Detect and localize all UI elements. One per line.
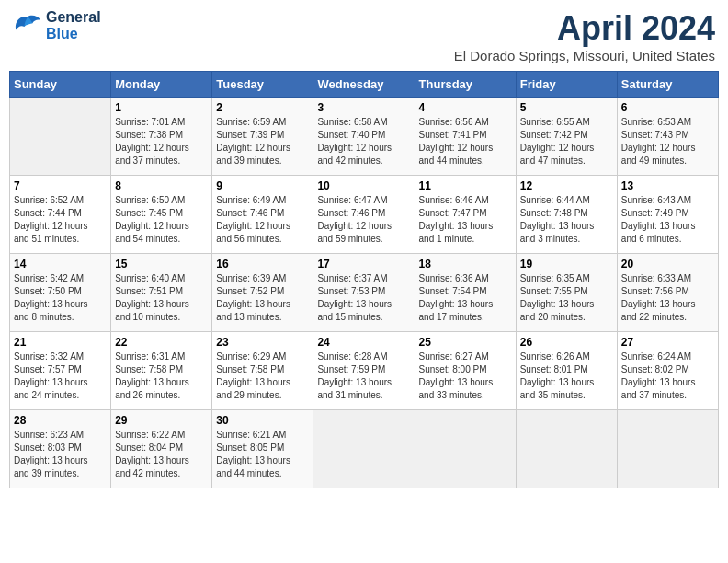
day-info: Sunrise: 6:56 AMSunset: 7:41 PMDaylight:…	[419, 116, 512, 167]
calendar-cell: 12Sunrise: 6:44 AMSunset: 7:48 PMDayligh…	[516, 176, 617, 254]
day-number: 1	[115, 101, 208, 114]
day-number: 20	[621, 258, 714, 270]
day-info: Sunrise: 6:26 AMSunset: 8:01 PMDaylight:…	[520, 350, 613, 402]
calendar-cell: 29Sunrise: 6:22 AMSunset: 8:04 PMDayligh…	[111, 410, 212, 488]
day-number: 18	[419, 258, 512, 270]
day-info: Sunrise: 6:53 AMSunset: 7:43 PMDaylight:…	[621, 116, 714, 167]
day-info: Sunrise: 6:28 AMSunset: 7:59 PMDaylight:…	[317, 350, 410, 402]
calendar-cell: 1Sunrise: 7:01 AMSunset: 7:38 PMDaylight…	[111, 98, 212, 176]
day-info: Sunrise: 6:39 AMSunset: 7:52 PMDaylight:…	[216, 272, 309, 324]
calendar-cell: 16Sunrise: 6:39 AMSunset: 7:52 PMDayligh…	[212, 254, 313, 332]
calendar-cell: 23Sunrise: 6:29 AMSunset: 7:58 PMDayligh…	[212, 332, 313, 410]
calendar-cell: 21Sunrise: 6:32 AMSunset: 7:57 PMDayligh…	[10, 332, 111, 410]
page-header: General Blue April 2024 El Dorado Spring…	[9, 9, 719, 63]
calendar-cell	[10, 98, 111, 176]
day-header-sunday: Sunday	[10, 72, 111, 98]
day-info: Sunrise: 6:21 AMSunset: 8:05 PMDaylight:…	[216, 429, 309, 480]
calendar-cell: 13Sunrise: 6:43 AMSunset: 7:49 PMDayligh…	[617, 176, 718, 254]
calendar-cell: 28Sunrise: 6:23 AMSunset: 8:03 PMDayligh…	[10, 410, 111, 488]
month-title: April 2024	[454, 9, 715, 48]
day-info: Sunrise: 6:49 AMSunset: 7:46 PMDaylight:…	[216, 194, 309, 246]
calendar-cell: 19Sunrise: 6:35 AMSunset: 7:55 PMDayligh…	[516, 254, 617, 332]
day-info: Sunrise: 6:33 AMSunset: 7:56 PMDaylight:…	[621, 272, 714, 324]
day-info: Sunrise: 6:36 AMSunset: 7:54 PMDaylight:…	[419, 272, 512, 324]
day-info: Sunrise: 6:35 AMSunset: 7:55 PMDaylight:…	[520, 272, 613, 324]
calendar-cell	[313, 410, 415, 488]
day-number: 4	[419, 101, 512, 114]
calendar-week-row: 14Sunrise: 6:42 AMSunset: 7:50 PMDayligh…	[10, 254, 719, 332]
day-header-wednesday: Wednesday	[313, 72, 415, 98]
calendar-week-row: 1Sunrise: 7:01 AMSunset: 7:38 PMDaylight…	[10, 98, 719, 176]
day-info: Sunrise: 6:22 AMSunset: 8:04 PMDaylight:…	[115, 429, 208, 480]
calendar-cell: 7Sunrise: 6:52 AMSunset: 7:44 PMDaylight…	[10, 176, 111, 254]
day-number: 19	[520, 258, 613, 270]
calendar-cell: 18Sunrise: 6:36 AMSunset: 7:54 PMDayligh…	[415, 254, 516, 332]
day-number: 13	[621, 179, 714, 192]
day-number: 28	[14, 414, 107, 427]
calendar-table: SundayMondayTuesdayWednesdayThursdayFrid…	[9, 71, 719, 488]
day-number: 12	[520, 179, 613, 192]
day-info: Sunrise: 6:59 AMSunset: 7:39 PMDaylight:…	[216, 116, 309, 167]
calendar-cell: 6Sunrise: 6:53 AMSunset: 7:43 PMDaylight…	[617, 98, 718, 176]
day-info: Sunrise: 6:58 AMSunset: 7:40 PMDaylight:…	[317, 116, 410, 167]
day-info: Sunrise: 6:44 AMSunset: 7:48 PMDaylight:…	[520, 194, 613, 246]
day-info: Sunrise: 6:46 AMSunset: 7:47 PMDaylight:…	[419, 194, 512, 246]
calendar-cell: 11Sunrise: 6:46 AMSunset: 7:47 PMDayligh…	[415, 176, 516, 254]
calendar-cell	[516, 410, 617, 488]
calendar-cell: 10Sunrise: 6:47 AMSunset: 7:46 PMDayligh…	[313, 176, 415, 254]
calendar-cell	[415, 410, 516, 488]
calendar-cell	[617, 410, 718, 488]
day-info: Sunrise: 6:24 AMSunset: 8:02 PMDaylight:…	[621, 350, 714, 402]
day-number: 21	[14, 336, 107, 349]
day-number: 16	[216, 258, 309, 270]
day-header-monday: Monday	[111, 72, 212, 98]
calendar-cell: 22Sunrise: 6:31 AMSunset: 7:58 PMDayligh…	[111, 332, 212, 410]
day-info: Sunrise: 6:32 AMSunset: 7:57 PMDaylight:…	[14, 350, 107, 402]
day-number: 7	[14, 179, 107, 192]
day-info: Sunrise: 6:29 AMSunset: 7:58 PMDaylight:…	[216, 350, 309, 402]
day-info: Sunrise: 6:27 AMSunset: 8:00 PMDaylight:…	[419, 350, 512, 402]
day-header-tuesday: Tuesday	[212, 72, 313, 98]
day-info: Sunrise: 6:55 AMSunset: 7:42 PMDaylight:…	[520, 116, 613, 167]
day-number: 8	[115, 179, 208, 192]
logo-icon	[13, 13, 42, 39]
calendar-cell: 15Sunrise: 6:40 AMSunset: 7:51 PMDayligh…	[111, 254, 212, 332]
calendar-cell: 30Sunrise: 6:21 AMSunset: 8:05 PMDayligh…	[212, 410, 313, 488]
day-number: 17	[317, 258, 410, 270]
day-number: 9	[216, 179, 309, 192]
day-number: 22	[115, 336, 208, 349]
calendar-cell: 9Sunrise: 6:49 AMSunset: 7:46 PMDaylight…	[212, 176, 313, 254]
calendar-cell: 17Sunrise: 6:37 AMSunset: 7:53 PMDayligh…	[313, 254, 415, 332]
day-info: Sunrise: 7:01 AMSunset: 7:38 PMDaylight:…	[115, 116, 208, 167]
day-header-thursday: Thursday	[415, 72, 516, 98]
calendar-cell: 14Sunrise: 6:42 AMSunset: 7:50 PMDayligh…	[10, 254, 111, 332]
day-info: Sunrise: 6:31 AMSunset: 7:58 PMDaylight:…	[115, 350, 208, 402]
title-block: April 2024 El Dorado Springs, Missouri, …	[454, 9, 715, 63]
calendar-cell: 3Sunrise: 6:58 AMSunset: 7:40 PMDaylight…	[313, 98, 415, 176]
day-number: 23	[216, 336, 309, 349]
calendar-cell: 5Sunrise: 6:55 AMSunset: 7:42 PMDaylight…	[516, 98, 617, 176]
day-number: 6	[621, 101, 714, 114]
day-number: 10	[317, 179, 410, 192]
calendar-cell: 24Sunrise: 6:28 AMSunset: 7:59 PMDayligh…	[313, 332, 415, 410]
calendar-week-row: 21Sunrise: 6:32 AMSunset: 7:57 PMDayligh…	[10, 332, 719, 410]
day-header-friday: Friday	[516, 72, 617, 98]
day-number: 25	[419, 336, 512, 349]
day-number: 29	[115, 414, 208, 427]
day-number: 5	[520, 101, 613, 114]
day-number: 3	[317, 101, 410, 114]
day-info: Sunrise: 6:43 AMSunset: 7:49 PMDaylight:…	[621, 194, 714, 246]
calendar-cell: 2Sunrise: 6:59 AMSunset: 7:39 PMDaylight…	[212, 98, 313, 176]
day-info: Sunrise: 6:37 AMSunset: 7:53 PMDaylight:…	[317, 272, 410, 324]
day-info: Sunrise: 6:47 AMSunset: 7:46 PMDaylight:…	[317, 194, 410, 246]
day-info: Sunrise: 6:50 AMSunset: 7:45 PMDaylight:…	[115, 194, 208, 246]
day-info: Sunrise: 6:40 AMSunset: 7:51 PMDaylight:…	[115, 272, 208, 324]
logo-text: General Blue	[46, 9, 101, 41]
day-info: Sunrise: 6:52 AMSunset: 7:44 PMDaylight:…	[14, 194, 107, 246]
day-info: Sunrise: 6:23 AMSunset: 8:03 PMDaylight:…	[14, 429, 107, 480]
calendar-cell: 20Sunrise: 6:33 AMSunset: 7:56 PMDayligh…	[617, 254, 718, 332]
day-number: 24	[317, 336, 410, 349]
calendar-cell: 26Sunrise: 6:26 AMSunset: 8:01 PMDayligh…	[516, 332, 617, 410]
day-number: 26	[520, 336, 613, 349]
day-number: 2	[216, 101, 309, 114]
